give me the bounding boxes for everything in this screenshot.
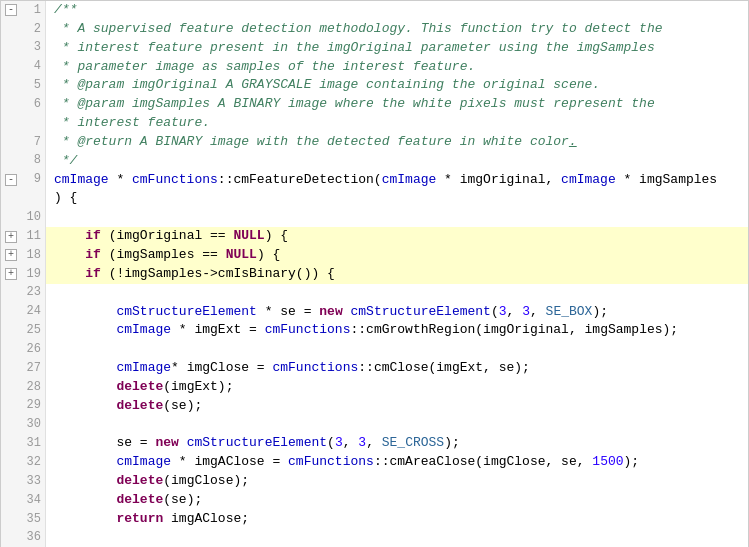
line-gutter — [1, 189, 46, 208]
line-number: 10 — [19, 209, 41, 226]
line-code: se = new cmStructureElement(3, 3, SE_CRO… — [46, 434, 748, 453]
line-number: 36 — [19, 529, 41, 546]
code-line: 35 return imgAClose; — [1, 510, 748, 529]
line-number: 35 — [19, 511, 41, 528]
line-number: 31 — [19, 435, 41, 452]
line-number: 18 — [19, 247, 41, 264]
line-gutter: +19 — [1, 265, 46, 284]
line-gutter: 33 — [1, 472, 46, 491]
code-line: ) { — [1, 189, 748, 208]
code-line: 10 — [1, 208, 748, 227]
line-number: 24 — [19, 303, 41, 320]
line-code: * @return A BINARY image with the detect… — [46, 133, 748, 152]
code-line: 36 — [1, 529, 748, 547]
line-gutter: 29 — [1, 397, 46, 416]
code-line: 7 * @return A BINARY image with the dete… — [1, 133, 748, 152]
line-gutter: 31 — [1, 434, 46, 453]
line-code — [46, 284, 748, 303]
line-number: 26 — [19, 341, 41, 358]
line-code: cmStructureElement * se = new cmStructur… — [46, 303, 748, 322]
code-line: 34 delete(se); — [1, 491, 748, 510]
code-line: 30 — [1, 416, 748, 435]
line-gutter: 26 — [1, 340, 46, 359]
line-gutter: 5 — [1, 76, 46, 95]
line-number: 33 — [19, 473, 41, 490]
code-line: 8 */ — [1, 152, 748, 171]
line-gutter: 24 — [1, 303, 46, 322]
line-number: 11 — [19, 228, 41, 245]
line-gutter: 23 — [1, 284, 46, 303]
line-gutter: 27 — [1, 359, 46, 378]
line-code: delete(imgClose); — [46, 472, 748, 491]
line-gutter: 6 — [1, 95, 46, 114]
code-line: 5 * @param imgOriginal A GRAYSCALE image… — [1, 76, 748, 95]
line-gutter: 4 — [1, 58, 46, 77]
code-line: 6 * @param imgSamples A BINARY image whe… — [1, 95, 748, 114]
code-line: 26 — [1, 340, 748, 359]
line-gutter: 32 — [1, 453, 46, 472]
line-code: if (imgOriginal == NULL) { — [46, 227, 748, 246]
line-code: if (!imgSamples->cmIsBinary()) { — [46, 265, 748, 284]
line-gutter: 25 — [1, 321, 46, 340]
line-code: * @param imgOriginal A GRAYSCALE image c… — [46, 76, 748, 95]
code-line: 33 delete(imgClose); — [1, 472, 748, 491]
line-number: 28 — [19, 379, 41, 396]
line-number: 32 — [19, 454, 41, 471]
line-number: 29 — [19, 397, 41, 414]
line-gutter: 2 — [1, 20, 46, 39]
fold-icon[interactable]: + — [5, 249, 17, 261]
line-number: 4 — [19, 58, 41, 75]
line-code: delete(se); — [46, 397, 748, 416]
line-code — [46, 208, 748, 227]
line-code: return imgAClose; — [46, 510, 748, 529]
code-line: 28 delete(imgExt); — [1, 378, 748, 397]
line-gutter: 10 — [1, 208, 46, 227]
line-code: cmImage * imgExt = cmFunctions::cmGrowth… — [46, 321, 748, 340]
line-number: 30 — [19, 416, 41, 433]
line-gutter: -1 — [1, 1, 46, 20]
code-line: 32 cmImage * imgAClose = cmFunctions::cm… — [1, 453, 748, 472]
line-code: cmImage * imgAClose = cmFunctions::cmAre… — [46, 453, 748, 472]
line-code: */ — [46, 152, 748, 171]
line-number: 7 — [19, 134, 41, 151]
line-number: 3 — [19, 39, 41, 56]
code-line: * interest feature. — [1, 114, 748, 133]
line-number: 34 — [19, 492, 41, 509]
line-gutter: +18 — [1, 246, 46, 265]
line-gutter — [1, 114, 46, 133]
line-gutter: 35 — [1, 510, 46, 529]
line-number: 5 — [19, 77, 41, 94]
line-gutter: 8 — [1, 152, 46, 171]
code-line: 25 cmImage * imgExt = cmFunctions::cmGro… — [1, 321, 748, 340]
code-line: -1/** — [1, 1, 748, 20]
line-gutter: 28 — [1, 378, 46, 397]
line-number: 23 — [19, 284, 41, 301]
line-number: 27 — [19, 360, 41, 377]
fold-icon[interactable]: + — [5, 231, 17, 243]
code-line: 24 cmStructureElement * se = new cmStruc… — [1, 303, 748, 322]
code-line: -9cmImage * cmFunctions::cmFeatureDetect… — [1, 171, 748, 190]
line-code: if (imgSamples == NULL) { — [46, 246, 748, 265]
line-number: 2 — [19, 21, 41, 38]
fold-icon[interactable]: + — [5, 268, 17, 280]
line-code: * interest feature. — [46, 114, 748, 133]
line-gutter: 7 — [1, 133, 46, 152]
line-number: 9 — [19, 171, 41, 188]
line-code: /** — [46, 1, 748, 20]
line-gutter: 36 — [1, 529, 46, 547]
line-code: cmImage* imgClose = cmFunctions::cmClose… — [46, 359, 748, 378]
line-number: 8 — [19, 152, 41, 169]
code-line: 31 se = new cmStructureElement(3, 3, SE_… — [1, 434, 748, 453]
fold-icon[interactable]: - — [5, 4, 17, 16]
code-lines: -1/**2 * A supervised feature detection … — [1, 1, 748, 547]
line-code: cmImage * cmFunctions::cmFeatureDetectio… — [46, 171, 748, 190]
code-line: 23 — [1, 284, 748, 303]
code-line: 3 * interest feature present in the imgO… — [1, 39, 748, 58]
code-line: +18 if (imgSamples == NULL) { — [1, 246, 748, 265]
line-gutter: -9 — [1, 171, 46, 190]
fold-icon[interactable]: - — [5, 174, 17, 186]
line-code — [46, 416, 748, 435]
line-code: * A supervised feature detection methodo… — [46, 20, 748, 39]
line-code — [46, 340, 748, 359]
line-code: * parameter image as samples of the inte… — [46, 58, 748, 77]
